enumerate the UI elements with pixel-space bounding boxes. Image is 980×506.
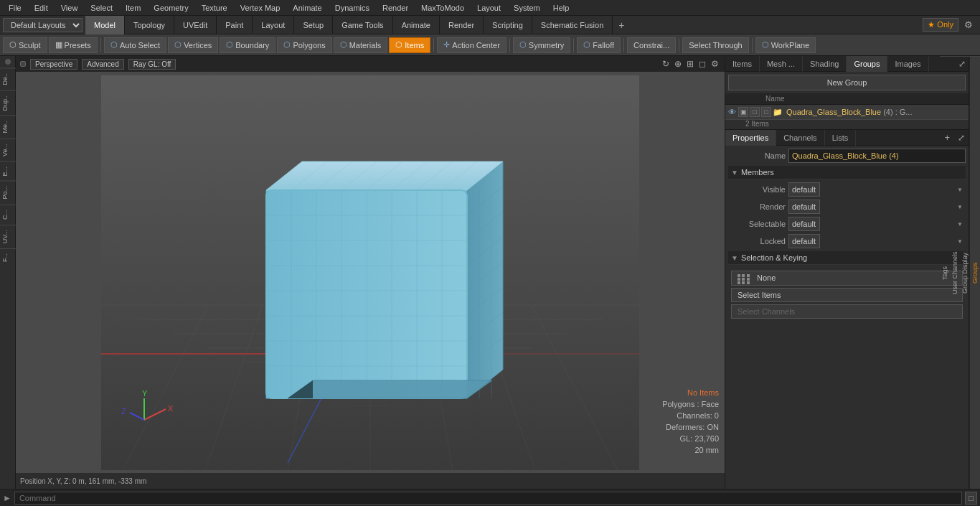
locked-select[interactable]: defaultonoff bbox=[788, 234, 820, 248]
viewport-zoom-icon[interactable]: ⊕ bbox=[673, 58, 683, 70]
layout-tab-animate[interactable]: Animate bbox=[393, 16, 440, 34]
rp-tab-images[interactable]: Images bbox=[887, 56, 928, 72]
command-submit-button[interactable]: □ bbox=[965, 492, 977, 505]
command-input[interactable] bbox=[14, 492, 962, 505]
layout-tab-model[interactable]: Model bbox=[85, 16, 125, 34]
menu-maxtomodo[interactable]: MaxToModo bbox=[415, 2, 470, 14]
layout-tab-gametools[interactable]: Game Tools bbox=[333, 16, 393, 34]
polygons-button[interactable]: ⬡ Polygons bbox=[277, 37, 331, 53]
constraints-button[interactable]: Constrai... bbox=[627, 37, 676, 53]
vtab-group-display[interactable]: Group Display bbox=[960, 56, 970, 489]
select-through-button[interactable]: Select Through bbox=[682, 37, 748, 53]
render-select[interactable]: defaultonoff bbox=[788, 200, 820, 214]
layout-tab-uvedit[interactable]: UVEdit bbox=[174, 16, 217, 34]
sidebar-toggle[interactable] bbox=[5, 59, 11, 65]
sidebar-tab-f[interactable]: F... bbox=[0, 248, 16, 266]
presets-button[interactable]: ▦ Presets bbox=[49, 37, 98, 53]
auto-select-button[interactable]: ⬡ Auto Select bbox=[104, 37, 166, 53]
layout-tab-paint[interactable]: Paint bbox=[217, 16, 253, 34]
vtab-user-channels[interactable]: User Channels bbox=[950, 56, 960, 489]
sculpt-button[interactable]: ⬡ Sculpt bbox=[3, 37, 47, 53]
members-section-header[interactable]: ▼ Members bbox=[728, 166, 966, 179]
sidebar-tab-ve[interactable]: Ve... bbox=[0, 139, 16, 161]
menu-item[interactable]: Item bbox=[120, 2, 146, 14]
sidebar-tab-de[interactable]: De.. bbox=[0, 68, 16, 90]
menu-vertexmap[interactable]: Vertex Map bbox=[235, 2, 286, 14]
sidebar-tab-dup[interactable]: Dup.. bbox=[0, 90, 16, 116]
rp-tab-items[interactable]: Items bbox=[725, 56, 760, 72]
viewport-rotate-icon[interactable]: ↻ bbox=[661, 58, 671, 70]
bp-tab-channels[interactable]: Channels bbox=[776, 130, 824, 146]
viewport-lock-icon[interactable] bbox=[20, 61, 26, 67]
layout-tab-render[interactable]: Render bbox=[440, 16, 484, 34]
sidebar-tab-me[interactable]: Me.. bbox=[0, 116, 16, 138]
star-only-button[interactable]: ★ Only bbox=[923, 18, 958, 32]
rp-tab-groups[interactable]: Groups bbox=[847, 56, 887, 72]
layout-gear-icon[interactable]: ⚙ bbox=[961, 18, 976, 32]
select-items-button[interactable]: Select Items bbox=[731, 288, 963, 302]
selectable-select[interactable]: defaultonoff bbox=[788, 217, 820, 231]
toolbar-separator-3 bbox=[509, 38, 510, 52]
vertices-button[interactable]: ⬡ Vertices bbox=[168, 37, 218, 53]
menu-system[interactable]: System bbox=[508, 2, 546, 14]
menu-geometry[interactable]: Geometry bbox=[148, 2, 194, 14]
group-item[interactable]: 👁 ▣ □ □ 📁 Quadra_Glass_Block_Blue (4) : … bbox=[725, 105, 969, 120]
render-row: Render defaultonoff bbox=[728, 200, 966, 214]
viewport-frame-icon[interactable]: ⊞ bbox=[685, 58, 695, 70]
visible-select[interactable]: defaultonoff bbox=[788, 182, 820, 197]
viewport[interactable]: Perspective Advanced Ray GL: Off ↻ ⊕ ⊞ ◻… bbox=[16, 56, 725, 489]
advanced-button[interactable]: Advanced bbox=[82, 59, 123, 70]
group-btn2[interactable]: □ bbox=[750, 107, 760, 117]
layout-add-button[interactable]: + bbox=[613, 17, 630, 34]
menu-texture[interactable]: Texture bbox=[196, 2, 233, 14]
menu-select[interactable]: Select bbox=[85, 2, 118, 14]
symmetry-button[interactable]: ⬡ Symmetry bbox=[513, 37, 571, 53]
items-button[interactable]: ⬡ Items bbox=[389, 37, 430, 53]
rp-tab-shading[interactable]: Shading bbox=[803, 56, 847, 72]
layout-tab-setup[interactable]: Setup bbox=[294, 16, 333, 34]
menu-render[interactable]: Render bbox=[377, 2, 414, 14]
selection-keying-section: None Select Items Select Channels bbox=[728, 268, 966, 324]
menu-layout[interactable]: Layout bbox=[471, 2, 507, 14]
sidebar-tab-c[interactable]: C... bbox=[0, 205, 16, 224]
bp-tab-lists[interactable]: Lists bbox=[825, 130, 857, 146]
sidebar-tab-po[interactable]: Po... bbox=[0, 181, 16, 204]
name-input[interactable] bbox=[788, 149, 966, 163]
toolbar: ⬡ Sculpt ▦ Presets ⬡ Auto Select ⬡ Verti… bbox=[0, 34, 980, 56]
perspective-button[interactable]: Perspective bbox=[30, 59, 77, 70]
bp-tab-properties[interactable]: Properties bbox=[725, 130, 776, 146]
new-group-button[interactable]: New Group bbox=[728, 75, 966, 90]
menu-view[interactable]: View bbox=[55, 2, 84, 14]
vtab-groups[interactable]: Groups bbox=[970, 56, 980, 489]
menu-dynamics[interactable]: Dynamics bbox=[329, 2, 375, 14]
group-eye-icon[interactable]: 👁 bbox=[728, 108, 736, 116]
menu-animate[interactable]: Animate bbox=[287, 2, 327, 14]
layout-tab-schematic[interactable]: Schematic Fusion bbox=[532, 16, 613, 34]
layout-tab-topology[interactable]: Topology bbox=[125, 16, 174, 34]
layout-tab-layout[interactable]: Layout bbox=[253, 16, 294, 34]
sidebar-tab-uv[interactable]: UV... bbox=[0, 225, 16, 248]
viewport-options-icon[interactable]: ⚙ bbox=[710, 58, 720, 70]
menu-file[interactable]: File bbox=[3, 2, 27, 14]
layout-tab-scripting[interactable]: Scripting bbox=[484, 16, 532, 34]
viewport-camera-icon[interactable]: ◻ bbox=[697, 58, 707, 70]
raygl-button[interactable]: Ray GL: Off bbox=[128, 59, 176, 70]
sidebar-tab-e[interactable]: E... bbox=[0, 161, 16, 181]
sel-keying-header[interactable]: ▼ Selection & Keying bbox=[728, 251, 966, 265]
select-channels-button[interactable]: Select Channels bbox=[731, 304, 963, 319]
menu-edit[interactable]: Edit bbox=[29, 2, 54, 14]
none-button[interactable]: None bbox=[731, 271, 963, 286]
layout-selector[interactable]: Default Layouts bbox=[3, 18, 83, 32]
materials-button[interactable]: ⬡ Materials bbox=[334, 37, 388, 53]
rp-tab-mesh[interactable]: Mesh ... bbox=[760, 56, 803, 72]
auto-select-icon: ⬡ bbox=[110, 40, 118, 50]
action-center-button[interactable]: ✛ Action Center bbox=[437, 37, 507, 53]
boundary-button[interactable]: ⬡ Boundary bbox=[220, 37, 275, 53]
vtab-tags[interactable]: Tags bbox=[940, 56, 950, 489]
menu-help[interactable]: Help bbox=[547, 2, 575, 14]
group-btn3[interactable]: □ bbox=[761, 107, 771, 117]
falloff-button[interactable]: ⬡ Falloff bbox=[577, 37, 621, 53]
locked-label: Locked bbox=[728, 237, 786, 245]
group-btn1[interactable]: ▣ bbox=[738, 107, 748, 117]
workplane-button[interactable]: ⬡ WorkPlane bbox=[755, 37, 816, 53]
